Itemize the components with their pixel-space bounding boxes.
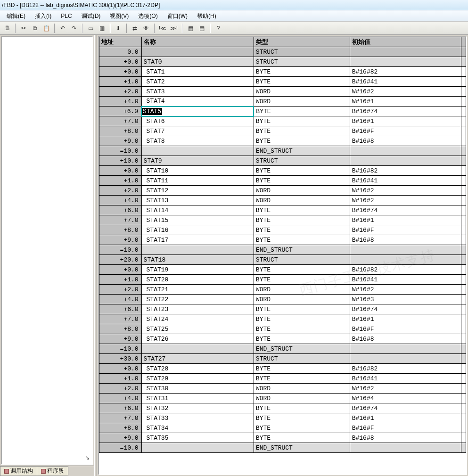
download-icon[interactable]: ⬇ <box>113 23 123 33</box>
table-row[interactable]: +6.0STAT14BYTEB#16#74 <box>99 205 466 215</box>
cell-last[interactable] <box>461 77 466 87</box>
table-row[interactable]: +8.0STAT7BYTEB#16#F <box>99 126 466 136</box>
cell-last[interactable] <box>461 374 466 384</box>
cell-type[interactable]: BYTE <box>254 225 350 235</box>
cell-type[interactable]: END_STRUCT <box>254 443 350 453</box>
cell-type[interactable]: BYTE <box>254 265 350 275</box>
cell-address[interactable]: +8.0 <box>99 225 142 235</box>
col-header-type[interactable]: 类型 <box>254 37 350 47</box>
cell-last[interactable] <box>461 275 466 285</box>
table-row[interactable]: +0.0STAT19BYTEB#16#82 <box>99 265 466 275</box>
cell-last[interactable] <box>461 334 466 344</box>
table-row[interactable]: +0.0STAT10BYTEB#16#82 <box>99 166 466 176</box>
cell-type[interactable]: WORD <box>254 285 350 295</box>
cell-last[interactable] <box>461 235 466 245</box>
cell-type[interactable]: BYTE <box>254 107 350 116</box>
pin-icon[interactable]: ↘ <box>85 455 90 461</box>
cell-type[interactable]: STRUCT <box>254 255 350 265</box>
cell-last[interactable] <box>461 265 466 275</box>
cell-name[interactable]: STAT28 <box>141 364 254 374</box>
monitor-icon[interactable]: 👁 <box>141 23 151 33</box>
cell-type[interactable]: BYTE <box>254 275 350 285</box>
cell-type[interactable]: BYTE <box>254 126 350 136</box>
cell-init[interactable]: B#16#82 <box>350 364 461 374</box>
table-row[interactable]: +1.0STAT2BYTEB#16#41 <box>99 77 466 87</box>
cell-name[interactable]: STAT2 <box>141 77 254 87</box>
db-table[interactable]: 地址 名称 类型 初始值 0.0STRUCT+0.0STAT0STRUCT+0.… <box>99 37 466 453</box>
table-row[interactable]: +1.0STAT11BYTEB#16#41 <box>99 176 466 186</box>
cell-last[interactable] <box>461 146 466 156</box>
cell-name[interactable]: STAT11 <box>141 176 254 186</box>
cell-type[interactable]: END_STRUCT <box>254 245 350 255</box>
cell-address[interactable]: +0.0 <box>99 57 142 67</box>
cell-init[interactable]: B#16#74 <box>350 205 461 215</box>
cell-init[interactable]: B#16#41 <box>350 374 461 384</box>
cell-type[interactable]: BYTE <box>254 166 350 176</box>
cell-init[interactable]: W#16#3 <box>350 295 461 304</box>
menu-item-7[interactable]: 帮助(H) <box>192 10 221 22</box>
table-row[interactable]: +7.0STAT24BYTEB#16#1 <box>99 314 466 324</box>
menu-item-1[interactable]: 插入(I) <box>30 10 56 22</box>
cell-address[interactable]: +0.0 <box>99 265 142 275</box>
cell-name[interactable]: STAT33 <box>141 413 254 423</box>
network-icon[interactable]: ⇄ <box>130 23 140 33</box>
cell-address[interactable]: +6.0 <box>99 205 142 215</box>
cell-address[interactable]: +2.0 <box>99 384 142 394</box>
cell-init[interactable]: B#16#8 <box>350 334 461 344</box>
cell-last[interactable] <box>461 245 466 255</box>
run-icon[interactable]: ≫! <box>169 23 179 33</box>
cell-address[interactable]: +10.0 <box>99 156 142 166</box>
table-row[interactable]: +10.0STAT9STRUCT <box>99 156 466 166</box>
cell-last[interactable] <box>461 107 466 116</box>
table-row[interactable]: +8.0STAT16BYTEB#16#F <box>99 225 466 235</box>
cell-init[interactable]: W#16#4 <box>350 394 461 403</box>
cell-type[interactable]: BYTE <box>254 235 350 245</box>
table-row[interactable]: +7.0STAT6BYTEB#16#1 <box>99 116 466 126</box>
cell-type[interactable]: BYTE <box>254 176 350 186</box>
cell-last[interactable] <box>461 384 466 394</box>
cell-type[interactable]: BYTE <box>254 413 350 423</box>
cell-type[interactable]: STRUCT <box>254 354 350 364</box>
cell-init[interactable]: B#16#74 <box>350 304 461 314</box>
cell-name[interactable]: STAT24 <box>141 314 254 324</box>
cell-init[interactable]: B#16#74 <box>350 403 461 413</box>
cell-init[interactable] <box>350 146 461 156</box>
cell-init[interactable]: B#16#1 <box>350 314 461 324</box>
cell-name[interactable]: STAT14 <box>141 205 254 215</box>
cell-name[interactable] <box>141 245 254 255</box>
cell-address[interactable]: +4.0 <box>99 196 142 205</box>
cell-name[interactable]: STAT19 <box>141 265 254 275</box>
cell-name[interactable] <box>141 146 254 156</box>
cell-type[interactable]: BYTE <box>254 324 350 334</box>
cell-address[interactable]: +0.0 <box>99 364 142 374</box>
cell-last[interactable] <box>461 423 466 433</box>
cell-address[interactable]: +2.0 <box>99 285 142 295</box>
cell-address[interactable]: +2.0 <box>99 87 142 97</box>
cell-address[interactable]: +1.0 <box>99 176 142 186</box>
cell-type[interactable]: BYTE <box>254 116 350 126</box>
table-row[interactable]: +7.0STAT15BYTEB#16#1 <box>99 215 466 225</box>
cell-init[interactable] <box>350 47 461 57</box>
cell-type[interactable]: BYTE <box>254 77 350 87</box>
cell-init[interactable]: B#16#82 <box>350 166 461 176</box>
cell-init[interactable]: B#16#F <box>350 324 461 334</box>
cell-init[interactable]: B#16#F <box>350 423 461 433</box>
cell-type[interactable]: WORD <box>254 394 350 403</box>
cell-name[interactable]: STAT15 <box>141 215 254 225</box>
cell-address[interactable]: =10.0 <box>99 443 142 453</box>
table-row[interactable]: +0.0STAT0STRUCT <box>99 57 466 67</box>
menu-item-6[interactable]: 窗口(W) <box>163 10 192 22</box>
cell-name[interactable]: STAT32 <box>141 403 254 413</box>
menu-item-3[interactable]: 调试(D) <box>77 10 106 22</box>
cell-init[interactable]: B#16#82 <box>350 265 461 275</box>
table-row[interactable]: +2.0STAT30WORDW#16#2 <box>99 384 466 394</box>
table-row[interactable]: +1.0STAT29BYTEB#16#41 <box>99 374 466 384</box>
selected-text[interactable]: STAT5 <box>142 108 162 115</box>
table-row[interactable]: +30.0STAT27STRUCT <box>99 354 466 364</box>
cell-init[interactable]: W#16#1 <box>350 97 461 107</box>
cell-type[interactable]: WORD <box>254 196 350 205</box>
cell-last[interactable] <box>461 205 466 215</box>
cell-address[interactable]: +6.0 <box>99 107 142 116</box>
cell-address[interactable]: +0.0 <box>99 166 142 176</box>
chart-icon[interactable]: ▥ <box>97 23 107 33</box>
